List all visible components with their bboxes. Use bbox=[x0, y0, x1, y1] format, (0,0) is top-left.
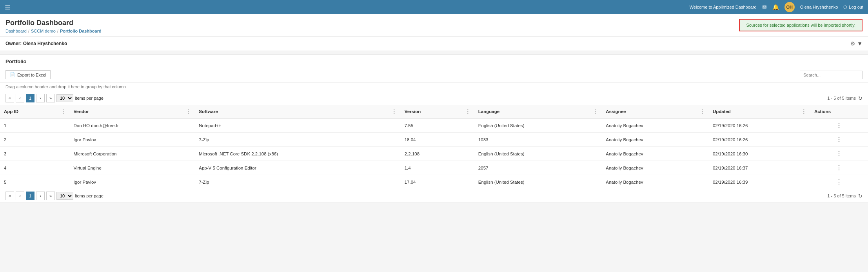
col-menu-vendor[interactable]: ⋮ bbox=[185, 108, 191, 115]
total-items-label-bottom: 1 - 5 of 5 items bbox=[827, 194, 856, 198]
last-page-button-bottom[interactable]: » bbox=[46, 192, 55, 200]
first-page-button-bottom[interactable]: « bbox=[5, 192, 14, 200]
col-header-vendor: Vendor ⋮ bbox=[70, 105, 195, 119]
cell-software-2: Microsoft .NET Core SDK 2.2.108 (x86) bbox=[195, 147, 400, 161]
cell-updated-0: 02/19/2020 16:26 bbox=[709, 118, 810, 133]
refresh-icon-top[interactable]: ↻ bbox=[858, 95, 863, 101]
col-header-assignee: Assignee ⋮ bbox=[602, 105, 709, 119]
cell-assignee-3: Anatoliy Bogachev bbox=[602, 161, 709, 175]
cell-software-1: 7-Zip bbox=[195, 133, 400, 147]
cell-updated-1: 02/19/2020 16:26 bbox=[709, 133, 810, 147]
search-input[interactable] bbox=[800, 71, 863, 79]
table-row: 1 Don HO don.h@free.fr Notepad++ 7.55 En… bbox=[0, 118, 868, 133]
toolbar: 📄 Export to Excel bbox=[0, 67, 868, 83]
cell-actions-2[interactable]: ⋮ bbox=[810, 147, 868, 161]
cell-version-2: 2.2.108 bbox=[401, 147, 474, 161]
cell-vendor-3: Virtual Engine bbox=[70, 161, 195, 175]
breadcrumb: Dashboard / SCCM demo / Portfolio Dashbo… bbox=[5, 29, 863, 33]
col-menu-language[interactable]: ⋮ bbox=[592, 108, 598, 115]
col-menu-version[interactable]: ⋮ bbox=[465, 108, 470, 115]
logout-button[interactable]: ⬡ Log out bbox=[843, 5, 863, 10]
table-row: 3 Microsoft Corporation Microsoft .NET C… bbox=[0, 147, 868, 161]
table-header-row: App ID ⋮ Vendor ⋮ Softwa bbox=[0, 105, 868, 119]
items-per-page-label: items per page bbox=[75, 96, 104, 100]
table-row: 5 Igor Pavlov 7-Zip 17.04 English (Unite… bbox=[0, 175, 868, 189]
cell-language-0: English (United States) bbox=[474, 118, 602, 133]
col-header-appid: App ID ⋮ bbox=[0, 105, 70, 119]
export-excel-button[interactable]: 📄 Export to Excel bbox=[5, 70, 51, 79]
notification-banner: Sources for selected applications will b… bbox=[739, 19, 863, 31]
cell-updated-2: 02/19/2020 16:30 bbox=[709, 147, 810, 161]
cell-version-4: 17.04 bbox=[401, 175, 474, 189]
breadcrumb-dashboard[interactable]: Dashboard bbox=[5, 29, 27, 33]
cell-assignee-4: Anatoliy Bogachev bbox=[602, 175, 709, 189]
page-header: Portfolio Dashboard Dashboard / SCCM dem… bbox=[0, 14, 868, 36]
col-menu-updated[interactable]: ⋮ bbox=[801, 108, 806, 115]
cell-version-1: 18.04 bbox=[401, 133, 474, 147]
navbar-right: Welcome to Applimized Dashboard ✉ 🔔 OH O… bbox=[690, 2, 863, 12]
breadcrumb-sep-2: / bbox=[57, 29, 58, 33]
col-header-actions: Actions bbox=[810, 105, 868, 119]
portfolio-title: Portfolio bbox=[5, 58, 26, 64]
col-header-version: Version ⋮ bbox=[401, 105, 474, 119]
page-title: Portfolio Dashboard bbox=[5, 19, 863, 27]
cell-language-1: 1033 bbox=[474, 133, 602, 147]
table-row: 4 Virtual Engine App-V 5 Configuration E… bbox=[0, 161, 868, 175]
first-page-button[interactable]: « bbox=[5, 94, 14, 102]
col-menu-software[interactable]: ⋮ bbox=[391, 108, 397, 115]
pagination-bottom: « ‹ 1 › » 10 25 50 items per page 1 - 5 … bbox=[0, 189, 868, 203]
cell-appid-3: 4 bbox=[0, 161, 70, 175]
cell-actions-1[interactable]: ⋮ bbox=[810, 133, 868, 147]
col-menu-assignee[interactable]: ⋮ bbox=[699, 108, 705, 115]
gear-icon[interactable]: ⚙ ▼ bbox=[850, 40, 863, 47]
last-page-button[interactable]: » bbox=[46, 94, 55, 102]
portfolio-section: Portfolio 📄 Export to Excel Drag a colum… bbox=[0, 54, 868, 203]
cell-language-4: English (United States) bbox=[474, 175, 602, 189]
owner-label: Owner: Olena Hryshchenko bbox=[5, 41, 67, 46]
prev-page-button-bottom[interactable]: ‹ bbox=[16, 192, 24, 200]
next-page-button-bottom[interactable]: › bbox=[36, 192, 45, 200]
bell-icon[interactable]: 🔔 bbox=[772, 4, 779, 10]
col-header-software: Software ⋮ bbox=[195, 105, 400, 119]
portfolio-header: Portfolio bbox=[0, 55, 868, 67]
next-page-button[interactable]: › bbox=[36, 94, 45, 102]
portfolio-table: App ID ⋮ Vendor ⋮ Softwa bbox=[0, 105, 868, 189]
avatar: OH bbox=[784, 2, 795, 12]
email-icon[interactable]: ✉ bbox=[762, 4, 767, 10]
breadcrumb-sccm[interactable]: SCCM demo bbox=[31, 29, 56, 33]
notification-message: Sources for selected applications will b… bbox=[746, 23, 855, 27]
col-menu-appid[interactable]: ⋮ bbox=[60, 108, 66, 115]
cell-appid-2: 3 bbox=[0, 147, 70, 161]
prev-page-button[interactable]: ‹ bbox=[16, 94, 24, 102]
cell-actions-0[interactable]: ⋮ bbox=[810, 118, 868, 133]
cell-vendor-2: Microsoft Corporation bbox=[70, 147, 195, 161]
items-per-page-select-bottom[interactable]: 10 25 50 bbox=[56, 192, 73, 200]
nav-welcome-text: Welcome to Applimized Dashboard bbox=[690, 5, 757, 9]
cell-updated-4: 02/19/2020 16:39 bbox=[709, 175, 810, 189]
username-label[interactable]: Olena Hryshchenko bbox=[800, 5, 838, 9]
cell-version-3: 1.4 bbox=[401, 161, 474, 175]
page-1-button-bottom[interactable]: 1 bbox=[26, 192, 35, 200]
drag-hint: Drag a column header and drop it here to… bbox=[0, 83, 868, 91]
cell-version-0: 7.55 bbox=[401, 118, 474, 133]
page-1-button[interactable]: 1 bbox=[26, 94, 35, 102]
cell-vendor-4: Igor Pavlov bbox=[70, 175, 195, 189]
breadcrumb-current: Portfolio Dashboard bbox=[60, 29, 102, 33]
cell-assignee-1: Anatoliy Bogachev bbox=[602, 133, 709, 147]
items-per-page-select[interactable]: 10 25 50 bbox=[56, 94, 73, 102]
cell-actions-4[interactable]: ⋮ bbox=[810, 175, 868, 189]
navbar-left: ☰ bbox=[5, 4, 10, 11]
cell-assignee-0: Anatoliy Bogachev bbox=[602, 118, 709, 133]
hamburger-icon[interactable]: ☰ bbox=[5, 4, 10, 11]
col-header-language: Language ⋮ bbox=[474, 105, 602, 119]
refresh-icon-bottom[interactable]: ↻ bbox=[858, 193, 863, 199]
cell-software-4: 7-Zip bbox=[195, 175, 400, 189]
owner-section: Owner: Olena Hryshchenko ⚙ ▼ bbox=[0, 36, 868, 51]
cell-appid-1: 2 bbox=[0, 133, 70, 147]
pagination-controls-bottom: « ‹ 1 › » 10 25 50 items per page bbox=[5, 192, 104, 200]
cell-software-3: App-V 5 Configuration Editor bbox=[195, 161, 400, 175]
cell-software-0: Notepad++ bbox=[195, 118, 400, 133]
items-per-page-label-bottom: items per page bbox=[75, 194, 104, 198]
cell-actions-3[interactable]: ⋮ bbox=[810, 161, 868, 175]
table-row: 2 Igor Pavlov 7-Zip 18.04 1033 Anatoliy … bbox=[0, 133, 868, 147]
